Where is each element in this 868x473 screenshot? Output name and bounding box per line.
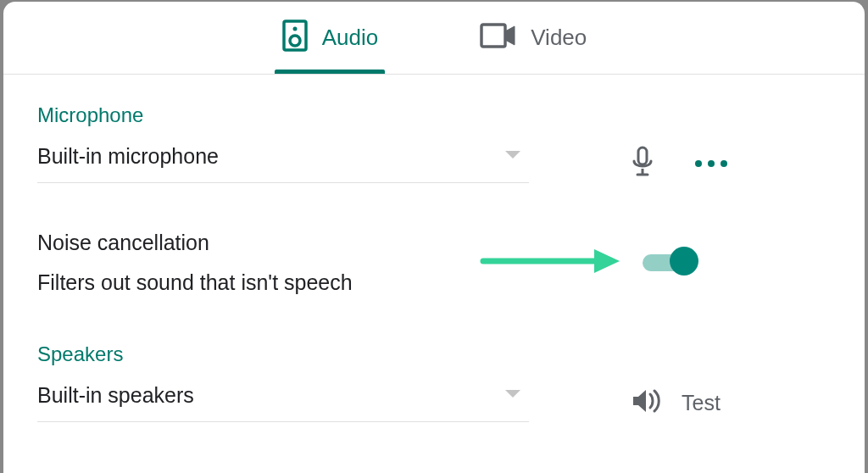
more-options-icon[interactable] <box>692 157 731 170</box>
test-label: Test <box>682 391 721 415</box>
tab-audio-label: Audio <box>322 25 379 51</box>
microphone-icon[interactable] <box>631 146 654 181</box>
volume-icon <box>631 387 661 418</box>
tab-video-label: Video <box>531 25 587 51</box>
settings-card: Audio Video Microphone Built-in micropho… <box>3 2 865 473</box>
microphone-select[interactable]: Built-in microphone <box>37 144 529 183</box>
tab-audio[interactable]: Audio <box>281 2 379 74</box>
speaker-device-icon <box>281 19 309 56</box>
speakers-section-label: Speakers <box>37 342 831 366</box>
svg-rect-4 <box>638 147 647 164</box>
annotation-arrow <box>480 246 624 280</box>
content-area: Microphone Built-in microphone <box>3 75 865 422</box>
noise-cancellation-toggle[interactable] <box>643 247 698 279</box>
tab-video[interactable]: Video <box>480 2 587 74</box>
svg-point-1 <box>290 36 300 46</box>
noise-cancellation-section: Noise cancellation Filters out sound tha… <box>37 231 831 295</box>
microphone-section: Microphone Built-in microphone <box>37 103 831 183</box>
speakers-select-value: Built-in speakers <box>37 383 194 408</box>
microphone-select-value: Built-in microphone <box>37 144 219 169</box>
video-camera-icon <box>480 23 517 52</box>
microphone-section-label: Microphone <box>37 103 831 127</box>
speakers-select[interactable]: Built-in speakers <box>37 383 529 422</box>
chevron-down-icon <box>504 149 522 164</box>
svg-rect-3 <box>481 25 505 47</box>
noise-cancellation-title: Noise cancellation <box>37 231 353 255</box>
chevron-down-icon <box>504 388 522 403</box>
test-speakers-button[interactable]: Test <box>631 387 721 418</box>
tabs-bar: Audio Video <box>3 2 865 75</box>
noise-cancellation-description: Filters out sound that isn't speech <box>37 270 353 295</box>
speakers-section: Speakers Built-in speakers <box>37 342 831 422</box>
svg-point-2 <box>292 27 297 31</box>
